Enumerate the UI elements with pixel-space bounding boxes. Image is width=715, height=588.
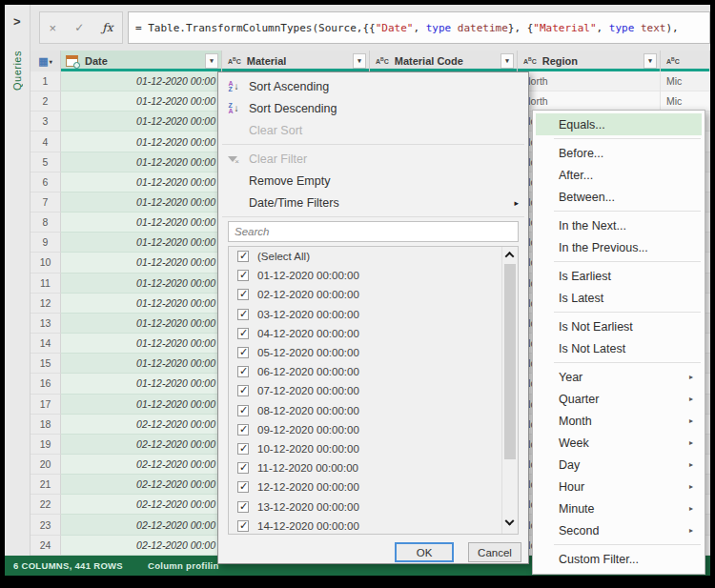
submenu-item-in-the-previous[interactable]: In the Previous... [536,236,702,258]
submenu-item-before[interactable]: Before... [536,142,702,164]
ok-button[interactable]: OK [395,542,454,562]
checkbox-checked-icon[interactable] [237,385,249,396]
column-profiling-status[interactable]: Column profilin [148,560,219,571]
checkbox-checked-icon[interactable] [237,520,249,532]
filter-value-07-12-2020-00-00-00[interactable]: 07-12-2020 00:00:00 [229,381,518,400]
select-all-corner[interactable]: ▦▾ [31,51,61,71]
date-cell[interactable]: 01-12-2020 00:00 [61,253,222,273]
filter-value-06-12-2020-00-00-00[interactable]: 06-12-2020 00:00:00 [229,362,518,381]
filter-value-08-12-2020-00-00-00[interactable]: 08-12-2020 00:00:00 [229,401,518,420]
submenu-item-custom-filter[interactable]: Custom Filter... [536,548,702,570]
submenu-item-is-latest[interactable]: Is Latest [536,287,702,309]
extra-cell[interactable]: Mic [661,71,710,91]
date-cell[interactable]: 01-12-2020 00:00 [61,193,222,213]
filter-value-14-12-2020-00-00-00[interactable]: 14-12-2020 00:00:00 [229,517,518,535]
checkbox-checked-icon[interactable] [237,251,249,262]
filter-value-04-12-2020-00-00-00[interactable]: 04-12-2020 00:00:00 [229,324,518,343]
date-cell[interactable]: 01-12-2020 00:00 [61,233,222,253]
expand-pane-chevron-icon[interactable]: > [13,14,21,29]
date-cell[interactable]: 01-12-2020 00:00 [61,314,222,334]
filter-value-05-12-2020-00-00-00[interactable]: 05-12-2020 00:00:00 [229,343,518,362]
date-cell[interactable]: 02-12-2020 00:00 [61,455,222,475]
submenu-item-hour[interactable]: Hour▸ [536,476,702,497]
checkbox-checked-icon[interactable] [237,501,249,513]
submenu-item-equals[interactable]: Equals... [536,113,702,135]
filter-value-02-12-2020-00-00-00[interactable]: 02-12-2020 00:00:00 [229,285,518,304]
date-filter-arrow-icon[interactable]: ▾ [205,53,218,69]
filter-value-12-12-2020-00-00-00[interactable]: 12-12-2020 00:00:00 [229,477,518,497]
date-cell[interactable]: 01-12-2020 00:00 [61,91,222,112]
region-cell[interactable]: North [518,71,661,91]
checkbox-checked-icon[interactable] [237,366,249,377]
date-cell[interactable]: 02-12-2020 00:00 [61,435,222,455]
scroll-down-icon[interactable] [506,520,514,528]
date-cell[interactable]: 02-12-2020 00:00 [61,475,222,495]
checkbox-checked-icon[interactable] [237,405,249,416]
checkbox-checked-icon[interactable] [237,462,249,474]
checkbox-checked-icon[interactable] [237,309,249,320]
checkbox-checked-icon[interactable] [237,481,249,493]
material-code-filter-arrow-icon[interactable]: ▾ [500,53,514,69]
filter-value-13-12-2020-00-00-00[interactable]: 13-12-2020 00:00:00 [229,497,518,516]
date-cell[interactable]: 02-12-2020 00:00 [61,515,222,535]
submenu-item-between[interactable]: Between... [536,186,702,208]
date-cell[interactable]: 01-12-2020 00:00 [61,354,222,374]
checkbox-checked-icon[interactable] [237,270,249,281]
date-cell[interactable]: 02-12-2020 00:00 [61,495,222,515]
column-header-material[interactable]: ABC Material ▾ [222,51,370,71]
submenu-item-is-not-latest[interactable]: Is Not Latest [536,337,702,359]
date-cell[interactable]: 01-12-2020 00:00 [61,294,222,314]
submenu-item-after[interactable]: After... [536,164,702,186]
formula-input[interactable]: = Table.TransformColumnTypes(Source,{{"D… [128,11,710,44]
submenu-item-is-earliest[interactable]: Is Earliest [536,265,702,287]
submenu-item-week[interactable]: Week▸ [536,432,702,454]
submenu-item-quarter[interactable]: Quarter▸ [536,388,702,410]
menu-item-remove-empty[interactable]: Remove Empty [218,170,528,192]
checkbox-checked-icon[interactable] [237,424,249,436]
menu-item-sort-descending[interactable]: ZA↓Sort Descending [218,97,528,119]
menu-item-date-time-filters[interactable]: Date/Time Filters▸ [218,192,528,213]
search-input[interactable] [228,221,519,242]
filter-value-03-12-2020-00-00-00[interactable]: 03-12-2020 00:00:00 [229,305,518,324]
submenu-item-day[interactable]: Day▸ [536,454,702,476]
submenu-item-in-the-next[interactable]: In the Next... [536,214,702,236]
column-header-partial[interactable]: ABC [661,51,710,71]
date-cell[interactable]: 01-12-2020 00:00 [61,132,222,152]
date-cell[interactable]: 01-12-2020 00:00 [61,334,222,354]
date-cell[interactable]: 01-12-2020 00:00 [61,71,222,91]
queries-pane-label[interactable]: Queries [11,51,23,91]
cancel-formula-icon[interactable]: × [50,21,57,35]
column-header-date[interactable]: Date ▾ [61,51,222,71]
checkbox-checked-icon[interactable] [237,289,249,300]
cancel-button[interactable]: Cancel [468,542,521,562]
submenu-item-month[interactable]: Month▸ [536,410,702,432]
filter-value-01-12-2020-00-00-00[interactable]: 01-12-2020 00:00:00 [229,266,518,285]
filter-value-select-all[interactable]: (Select All) [229,247,518,266]
column-header-material-code[interactable]: ABC Material Code ▾ [370,51,518,71]
scroll-up-icon[interactable] [506,252,514,259]
submenu-item-is-not-earliest[interactable]: Is Not Earliest [536,315,702,337]
checkbox-checked-icon[interactable] [237,443,249,455]
checkbox-checked-icon[interactable] [237,347,249,358]
submenu-item-year[interactable]: Year▸ [536,366,702,388]
date-cell[interactable]: 01-12-2020 00:00 [61,172,222,193]
date-cell[interactable]: 01-12-2020 00:00 [61,374,222,394]
region-filter-arrow-icon[interactable]: ▾ [644,53,657,69]
filter-value-09-12-2020-00-00-00[interactable]: 09-12-2020 00:00:00 [229,420,518,439]
fx-icon[interactable]: ƒx [102,21,112,34]
filter-value-10-12-2020-00-00-00[interactable]: 10-12-2020 00:00:00 [229,439,518,458]
date-cell[interactable]: 01-12-2020 00:00 [61,152,222,172]
date-cell[interactable]: 01-12-2020 00:00 [61,274,222,294]
commit-formula-icon[interactable]: ✓ [74,21,84,34]
menu-item-sort-ascending[interactable]: AZ↓Sort Ascending [218,75,528,97]
filter-value-11-12-2020-00-00-00[interactable]: 11-12-2020 00:00:00 [229,458,518,477]
date-cell[interactable]: 02-12-2020 00:00 [61,536,222,556]
scrollbar[interactable] [501,247,518,534]
submenu-item-second[interactable]: Second▸ [536,519,702,541]
date-cell[interactable]: 02-12-2020 00:00 [61,415,222,435]
date-cell[interactable]: 01-12-2020 00:00 [61,213,222,233]
scrollbar-thumb[interactable] [504,264,516,459]
submenu-item-minute[interactable]: Minute▸ [536,497,702,519]
checkbox-checked-icon[interactable] [237,328,249,339]
date-cell[interactable]: 01-12-2020 00:00 [61,112,222,132]
